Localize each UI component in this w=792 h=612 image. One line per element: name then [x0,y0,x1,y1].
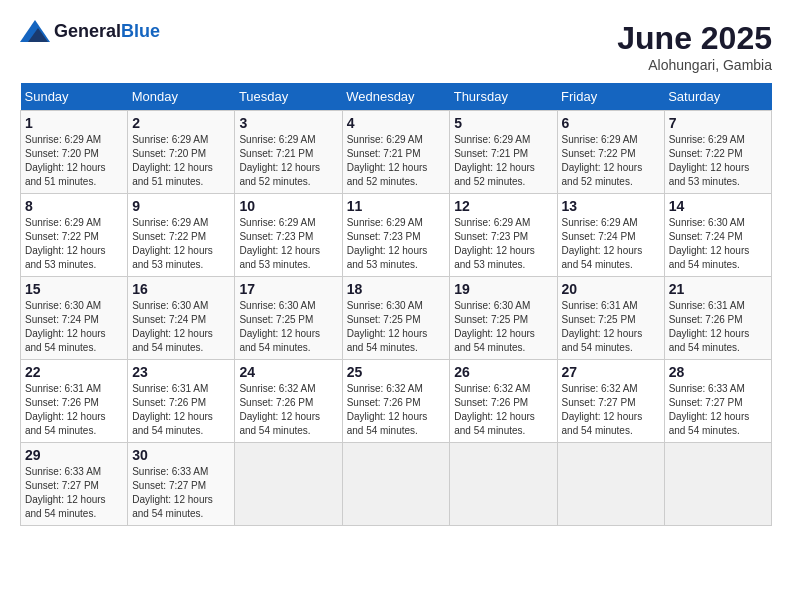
day-info: Sunrise: 6:31 AM Sunset: 7:26 PM Dayligh… [669,299,767,355]
table-row: 12 Sunrise: 6:29 AM Sunset: 7:23 PM Dayl… [450,194,557,277]
day-number: 15 [25,281,123,297]
location-title: Alohungari, Gambia [617,57,772,73]
table-row [664,443,771,526]
header-monday: Monday [128,83,235,111]
day-info: Sunrise: 6:29 AM Sunset: 7:20 PM Dayligh… [132,133,230,189]
table-row: 19 Sunrise: 6:30 AM Sunset: 7:25 PM Dayl… [450,277,557,360]
day-number: 13 [562,198,660,214]
day-info: Sunrise: 6:29 AM Sunset: 7:22 PM Dayligh… [669,133,767,189]
table-row: 17 Sunrise: 6:30 AM Sunset: 7:25 PM Dayl… [235,277,342,360]
title-area: June 2025 Alohungari, Gambia [617,20,772,73]
day-number: 16 [132,281,230,297]
day-info: Sunrise: 6:31 AM Sunset: 7:26 PM Dayligh… [25,382,123,438]
table-row: 13 Sunrise: 6:29 AM Sunset: 7:24 PM Dayl… [557,194,664,277]
header-wednesday: Wednesday [342,83,450,111]
table-row: 22 Sunrise: 6:31 AM Sunset: 7:26 PM Dayl… [21,360,128,443]
day-number: 26 [454,364,552,380]
table-row: 9 Sunrise: 6:29 AM Sunset: 7:22 PM Dayli… [128,194,235,277]
table-row: 16 Sunrise: 6:30 AM Sunset: 7:24 PM Dayl… [128,277,235,360]
header-thursday: Thursday [450,83,557,111]
day-info: Sunrise: 6:30 AM Sunset: 7:25 PM Dayligh… [454,299,552,355]
table-row: 21 Sunrise: 6:31 AM Sunset: 7:26 PM Dayl… [664,277,771,360]
month-title: June 2025 [617,20,772,57]
day-info: Sunrise: 6:29 AM Sunset: 7:22 PM Dayligh… [25,216,123,272]
calendar-table: Sunday Monday Tuesday Wednesday Thursday… [20,83,772,526]
day-number: 1 [25,115,123,131]
page-header: GeneralBlue June 2025 Alohungari, Gambia [20,20,772,73]
day-info: Sunrise: 6:30 AM Sunset: 7:24 PM Dayligh… [132,299,230,355]
day-number: 30 [132,447,230,463]
table-row [342,443,450,526]
day-number: 14 [669,198,767,214]
day-number: 5 [454,115,552,131]
table-row: 26 Sunrise: 6:32 AM Sunset: 7:26 PM Dayl… [450,360,557,443]
day-info: Sunrise: 6:29 AM Sunset: 7:22 PM Dayligh… [132,216,230,272]
table-row [450,443,557,526]
day-info: Sunrise: 6:32 AM Sunset: 7:27 PM Dayligh… [562,382,660,438]
table-row: 29 Sunrise: 6:33 AM Sunset: 7:27 PM Dayl… [21,443,128,526]
table-row: 11 Sunrise: 6:29 AM Sunset: 7:23 PM Dayl… [342,194,450,277]
table-row: 18 Sunrise: 6:30 AM Sunset: 7:25 PM Dayl… [342,277,450,360]
table-row: 5 Sunrise: 6:29 AM Sunset: 7:21 PM Dayli… [450,111,557,194]
table-row: 10 Sunrise: 6:29 AM Sunset: 7:23 PM Dayl… [235,194,342,277]
day-info: Sunrise: 6:29 AM Sunset: 7:23 PM Dayligh… [454,216,552,272]
day-number: 27 [562,364,660,380]
day-number: 24 [239,364,337,380]
day-info: Sunrise: 6:29 AM Sunset: 7:23 PM Dayligh… [347,216,446,272]
day-number: 4 [347,115,446,131]
header-saturday: Saturday [664,83,771,111]
calendar-row: 8 Sunrise: 6:29 AM Sunset: 7:22 PM Dayli… [21,194,772,277]
day-number: 22 [25,364,123,380]
table-row: 24 Sunrise: 6:32 AM Sunset: 7:26 PM Dayl… [235,360,342,443]
day-number: 18 [347,281,446,297]
calendar-row: 29 Sunrise: 6:33 AM Sunset: 7:27 PM Dayl… [21,443,772,526]
table-row: 30 Sunrise: 6:33 AM Sunset: 7:27 PM Dayl… [128,443,235,526]
table-row: 25 Sunrise: 6:32 AM Sunset: 7:26 PM Dayl… [342,360,450,443]
calendar-row: 22 Sunrise: 6:31 AM Sunset: 7:26 PM Dayl… [21,360,772,443]
day-number: 29 [25,447,123,463]
table-row: 8 Sunrise: 6:29 AM Sunset: 7:22 PM Dayli… [21,194,128,277]
day-info: Sunrise: 6:33 AM Sunset: 7:27 PM Dayligh… [132,465,230,521]
day-number: 6 [562,115,660,131]
day-info: Sunrise: 6:29 AM Sunset: 7:24 PM Dayligh… [562,216,660,272]
day-info: Sunrise: 6:30 AM Sunset: 7:24 PM Dayligh… [669,216,767,272]
table-row: 15 Sunrise: 6:30 AM Sunset: 7:24 PM Dayl… [21,277,128,360]
day-number: 25 [347,364,446,380]
day-info: Sunrise: 6:30 AM Sunset: 7:25 PM Dayligh… [347,299,446,355]
day-number: 3 [239,115,337,131]
table-row: 28 Sunrise: 6:33 AM Sunset: 7:27 PM Dayl… [664,360,771,443]
day-number: 12 [454,198,552,214]
day-number: 21 [669,281,767,297]
day-number: 8 [25,198,123,214]
day-info: Sunrise: 6:29 AM Sunset: 7:20 PM Dayligh… [25,133,123,189]
table-row: 6 Sunrise: 6:29 AM Sunset: 7:22 PM Dayli… [557,111,664,194]
calendar-row: 15 Sunrise: 6:30 AM Sunset: 7:24 PM Dayl… [21,277,772,360]
table-row: 23 Sunrise: 6:31 AM Sunset: 7:26 PM Dayl… [128,360,235,443]
table-row: 20 Sunrise: 6:31 AM Sunset: 7:25 PM Dayl… [557,277,664,360]
table-row: 2 Sunrise: 6:29 AM Sunset: 7:20 PM Dayli… [128,111,235,194]
day-number: 10 [239,198,337,214]
day-info: Sunrise: 6:29 AM Sunset: 7:22 PM Dayligh… [562,133,660,189]
day-info: Sunrise: 6:31 AM Sunset: 7:25 PM Dayligh… [562,299,660,355]
table-row: 3 Sunrise: 6:29 AM Sunset: 7:21 PM Dayli… [235,111,342,194]
table-row: 4 Sunrise: 6:29 AM Sunset: 7:21 PM Dayli… [342,111,450,194]
calendar-header-row: Sunday Monday Tuesday Wednesday Thursday… [21,83,772,111]
day-number: 17 [239,281,337,297]
day-info: Sunrise: 6:33 AM Sunset: 7:27 PM Dayligh… [669,382,767,438]
table-row: 27 Sunrise: 6:32 AM Sunset: 7:27 PM Dayl… [557,360,664,443]
header-tuesday: Tuesday [235,83,342,111]
day-info: Sunrise: 6:29 AM Sunset: 7:21 PM Dayligh… [347,133,446,189]
day-info: Sunrise: 6:32 AM Sunset: 7:26 PM Dayligh… [239,382,337,438]
logo: GeneralBlue [20,20,160,42]
table-row [235,443,342,526]
table-row: 1 Sunrise: 6:29 AM Sunset: 7:20 PM Dayli… [21,111,128,194]
day-number: 19 [454,281,552,297]
calendar-body: 1 Sunrise: 6:29 AM Sunset: 7:20 PM Dayli… [21,111,772,526]
day-info: Sunrise: 6:29 AM Sunset: 7:21 PM Dayligh… [239,133,337,189]
day-info: Sunrise: 6:33 AM Sunset: 7:27 PM Dayligh… [25,465,123,521]
logo-general: GeneralBlue [54,21,160,42]
table-row: 7 Sunrise: 6:29 AM Sunset: 7:22 PM Dayli… [664,111,771,194]
table-row [557,443,664,526]
day-number: 28 [669,364,767,380]
day-number: 9 [132,198,230,214]
